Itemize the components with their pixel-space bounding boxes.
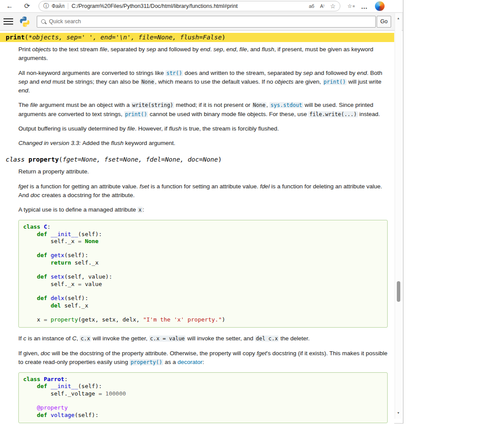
signature-open-paren: (	[24, 34, 28, 41]
text-segment: doc	[41, 350, 50, 357]
text-segment: fget	[18, 183, 28, 190]
python-logo-svg	[19, 16, 31, 28]
code-line: return self._x	[23, 259, 383, 266]
code-token	[23, 252, 37, 258]
paragraph: fget is a function for getting an attrib…	[18, 182, 388, 200]
code-token	[47, 383, 51, 389]
python-logo[interactable]	[19, 16, 31, 28]
more-menu-icon[interactable]: …	[361, 3, 368, 10]
code-token: value	[81, 281, 102, 287]
text-segment: sep	[303, 70, 313, 76]
search-box[interactable]	[37, 16, 376, 28]
text-segment: file	[239, 46, 247, 53]
signature-property: class property(fget=None, fset=None, fde…	[0, 155, 394, 164]
add-favorite-icon[interactable]: ☆	[330, 3, 336, 10]
code-token: =	[98, 390, 102, 397]
text-segment: will be the docstring of the property at…	[50, 350, 257, 357]
text-segment: is a function for getting an attribute v…	[28, 183, 140, 190]
text-segment: write(string)	[131, 102, 174, 108]
entry-body: Return a property attribute.fget is a fu…	[18, 167, 388, 423]
profile-avatar[interactable]	[375, 1, 385, 11]
paragraph: If given, doc will be the docstring of t…	[18, 349, 388, 367]
text-segment: If given,	[18, 350, 41, 357]
code-token	[23, 383, 37, 389]
text-segment: None	[140, 79, 155, 85]
text-segment: c.x	[80, 336, 91, 342]
search-input[interactable]	[49, 18, 371, 25]
code-line	[23, 245, 383, 252]
code-token	[40, 223, 44, 230]
text-segment: as a	[163, 359, 178, 365]
text-segment: is an instance of	[26, 335, 72, 342]
translate-icon[interactable]: аб	[309, 4, 314, 9]
text-segment: sep	[214, 46, 223, 53]
scroll-up-arrow[interactable]: ▲	[395, 15, 402, 21]
text-segment: objects	[32, 46, 51, 53]
url-text[interactable]: C:/Program%20Files/Python311/Doc/html/li…	[72, 3, 303, 9]
code-line: def __init__(self):	[23, 231, 383, 238]
text-segment: If	[18, 335, 23, 342]
code-token: (self):	[74, 412, 98, 418]
text-segment: The	[18, 102, 30, 108]
code-block: class C: def __init__(self): self._x = N…	[18, 220, 388, 328]
text-segment: :	[203, 359, 204, 365]
text-segment: Output buffering is usually determined b…	[18, 125, 127, 132]
scroll-thumb[interactable]	[397, 281, 400, 302]
search-go-button[interactable]: Go	[377, 16, 391, 28]
text-segment: file	[30, 102, 38, 108]
doc-entry-print: print(*objects, sep=' ', end='\n', file=…	[0, 33, 394, 148]
code-token: getx	[51, 252, 64, 258]
read-aloud-icon[interactable]: A⁾	[320, 4, 324, 9]
favorites-icon[interactable]: ☆≡	[347, 3, 355, 9]
text-segment: sep	[18, 78, 28, 85]
text-segment: fdel	[260, 183, 270, 190]
code-token: class	[23, 376, 40, 382]
scroll-down-arrow[interactable]: ▼	[395, 410, 402, 416]
code-token: =	[78, 238, 81, 244]
browser-toolbar: ← ⟳ ⓘ Файл C:/Program%20Files/Python311/…	[0, 0, 403, 13]
text-segment: and followed by	[313, 70, 357, 76]
code-token: =	[44, 316, 47, 323]
code-token: )	[222, 316, 225, 323]
code-token: def	[37, 231, 47, 237]
text-segment: C	[72, 335, 77, 342]
code-token: def	[37, 412, 47, 418]
text-segment: the deleter.	[279, 335, 310, 342]
file-protocol-label: Файл	[52, 3, 65, 9]
page-scrollbar[interactable]: ▲ ▼	[395, 13, 402, 419]
paragraph: A typical use is to define a managed att…	[18, 205, 388, 214]
text-segment: end	[41, 78, 51, 85]
page-info-icon[interactable]: ⓘ	[43, 2, 49, 10]
code-token	[23, 404, 37, 411]
doc-link[interactable]: sys.stdout	[270, 102, 303, 108]
refresh-button[interactable]: ⟳	[22, 1, 32, 11]
code-line: x = property(getx, setx, delx, "I'm the …	[23, 316, 383, 323]
code-token	[23, 412, 37, 418]
signature-params: fget=None, fset=None, fdel=None, doc=Non…	[63, 156, 218, 163]
text-segment: and followed by	[156, 46, 200, 53]
code-token	[81, 238, 85, 244]
signature-close-paren: )	[218, 156, 222, 163]
menu-icon[interactable]	[4, 17, 13, 26]
code-token: __init__	[51, 231, 78, 237]
code-token: (self):	[78, 383, 102, 389]
favorites-star-glyph: ☆	[347, 3, 352, 9]
code-line	[23, 309, 383, 316]
text-segment: Print	[18, 46, 32, 53]
code-block: class Parrot: def __init__(self): self._…	[18, 372, 388, 423]
address-bar[interactable]: ⓘ Файл C:/Program%20Files/Python311/Doc/…	[38, 1, 340, 11]
back-button[interactable]: ←	[4, 1, 15, 11]
entry-body: Print objects to the text stream file, s…	[18, 45, 388, 148]
doc-link[interactable]: property()	[130, 359, 163, 365]
code-line: self._voltage = 100000	[23, 390, 383, 397]
text-segment: to the text stream	[51, 46, 100, 53]
doc-link[interactable]: decorator	[178, 359, 203, 365]
browser-window: ← ⟳ ⓘ Файл C:/Program%20Files/Python311/…	[0, 0, 403, 424]
doc-link[interactable]: str()	[165, 70, 183, 76]
code-line: def setx(self, value):	[23, 273, 383, 280]
text-segment: will just write	[346, 78, 382, 85]
text-segment: fget	[257, 350, 267, 357]
doc-link[interactable]: print()	[323, 79, 347, 85]
code-token: self._voltage	[23, 390, 98, 397]
doc-link[interactable]: print()	[124, 111, 148, 117]
